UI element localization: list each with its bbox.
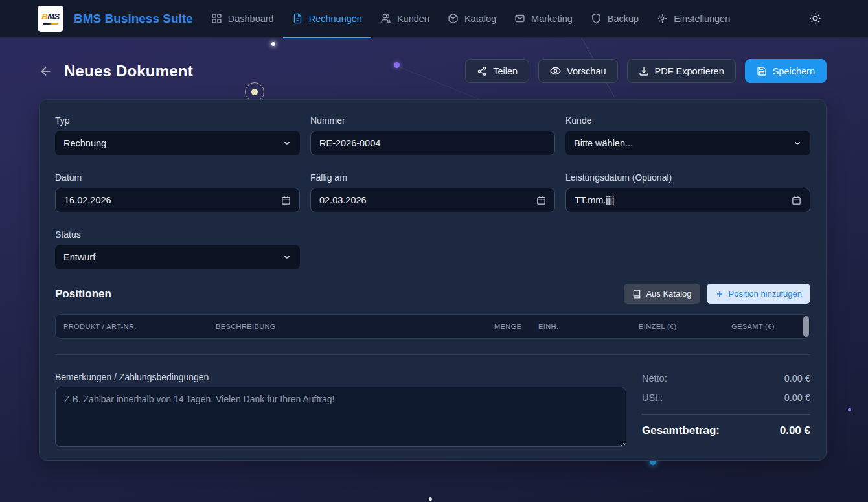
top-navbar: BMS BMS Business Suite Dashboard Rechnun…	[0, 0, 868, 38]
nav-item-rechnungen[interactable]: Rechnungen	[283, 0, 371, 38]
nav-item-einstellungen[interactable]: Einstellungen	[648, 0, 739, 38]
share-button[interactable]: Teilen	[465, 59, 529, 83]
faellig-am-group: Fällig am 02.03.2026	[310, 172, 555, 212]
positionen-header: Positionen Aus Katalog Position hinzufüg…	[55, 284, 810, 304]
datum-group: Datum 16.02.2026	[55, 172, 300, 212]
totals-panel: Netto: 0.00 € USt.: 0.00 € Gesamtbetrag:…	[642, 372, 810, 450]
status-value: Entwurf	[63, 252, 95, 262]
ust-value: 0.00 €	[784, 393, 810, 403]
book-icon	[632, 290, 641, 299]
gesamtbetrag-row: Gesamtbetrag: 0.00 €	[642, 424, 810, 437]
nav-item-kunden[interactable]: Kunden	[371, 0, 439, 38]
netto-label: Netto:	[642, 373, 667, 383]
aus-katalog-label: Aus Katalog	[646, 289, 691, 299]
invoice-document-icon	[292, 13, 303, 24]
calendar-icon[interactable]	[792, 196, 801, 205]
pdf-export-label: PDF Exportieren	[655, 66, 724, 76]
netto-value: 0.00 €	[784, 373, 810, 383]
notes-label: Bemerkungen / Zahlungsbedingungen	[55, 372, 626, 382]
gear-icon	[657, 13, 668, 24]
column-einh: EINH.	[538, 323, 639, 330]
page-title: Neues Dokument	[64, 62, 193, 80]
position-hinzufuegen-label: Position hinzufügen	[729, 289, 802, 299]
nav-item-backup[interactable]: Backup	[582, 0, 648, 38]
nav-label: Katalog	[464, 14, 496, 24]
nummer-label: Nummer	[310, 115, 555, 126]
back-button[interactable]	[39, 64, 53, 78]
status-select[interactable]: Entwurf	[55, 245, 300, 269]
leistungsdatum-placeholder: TT.mm.jjjj	[575, 195, 614, 205]
preview-button[interactable]: Vorschau	[538, 59, 617, 83]
share-icon	[477, 66, 487, 76]
nav-item-katalog[interactable]: Katalog	[439, 0, 505, 38]
ust-row: USt.: 0.00 €	[642, 393, 810, 403]
typ-group: Typ Rechnung	[55, 115, 300, 155]
typ-value: Rechnung	[63, 138, 106, 148]
typ-select[interactable]: Rechnung	[55, 131, 300, 155]
chevron-down-icon	[282, 253, 291, 262]
pdf-export-button[interactable]: PDF Exportieren	[627, 59, 736, 83]
leistungsdatum-input[interactable]: TT.mm.jjjj	[565, 188, 810, 212]
calendar-icon[interactable]	[536, 196, 546, 205]
position-hinzufuegen-button[interactable]: Position hinzufügen	[707, 284, 810, 304]
gesamtbetrag-label: Gesamtbetrag:	[642, 424, 720, 437]
positionen-actions: Aus Katalog Position hinzufügen	[624, 284, 810, 304]
bms-logo[interactable]: BMS	[38, 6, 63, 32]
column-menge: MENGE	[494, 323, 538, 330]
nav-item-marketing[interactable]: Marketing	[505, 0, 582, 38]
header-actions: Teilen Vorschau PDF Exportieren Speicher…	[465, 59, 827, 83]
calendar-icon[interactable]	[281, 196, 291, 205]
nav-label: Backup	[608, 14, 639, 24]
bms-logo-subline	[43, 23, 58, 25]
main-navigation: Dashboard Rechnungen Kunden Katalog Mark…	[202, 0, 740, 38]
mail-icon	[514, 13, 525, 24]
ust-label: USt.:	[642, 393, 663, 403]
users-icon	[380, 13, 391, 24]
leistungsdatum-group: Leistungsdatum (Optional) TT.mm.jjjj	[565, 172, 810, 212]
dashboard-grid-icon	[211, 13, 222, 24]
datum-label: Datum	[55, 172, 300, 183]
faellig-am-input[interactable]: 02.03.2026	[310, 188, 555, 212]
kunde-label: Kunde	[565, 115, 810, 126]
netto-row: Netto: 0.00 €	[642, 373, 810, 383]
column-einzel: EINZEL (€)	[639, 323, 731, 330]
column-gesamt: GESAMT (€)	[731, 323, 802, 330]
nav-label: Marketing	[531, 14, 573, 24]
status-label: Status	[55, 229, 300, 240]
theme-toggle-button[interactable]	[809, 12, 821, 25]
positionen-table-header: PRODUKT / ART-NR. BESCHREIBUNG MENGE EIN…	[55, 314, 810, 339]
kunde-value: Bitte wählen...	[574, 138, 633, 148]
faellig-am-value: 02.03.2026	[319, 195, 367, 205]
plus-icon	[715, 290, 724, 299]
gesamtbetrag-value: 0.00 €	[780, 424, 810, 437]
notes-section: Bemerkungen / Zahlungsbedingungen	[55, 372, 626, 450]
nav-label: Rechnungen	[309, 14, 362, 24]
faellig-am-label: Fällig am	[310, 172, 555, 183]
package-icon	[448, 13, 459, 24]
nav-label: Dashboard	[228, 14, 274, 24]
nav-item-dashboard[interactable]: Dashboard	[202, 0, 283, 38]
app-title: BMS Business Suite	[74, 12, 193, 26]
main-content: Neues Dokument Teilen Vorschau PDF Expor…	[0, 59, 868, 461]
datum-input[interactable]: 16.02.2026	[55, 188, 300, 212]
chevron-down-icon	[793, 139, 802, 148]
chevron-down-icon	[282, 139, 291, 148]
notes-textarea[interactable]	[55, 387, 626, 447]
save-icon	[757, 66, 767, 76]
nummer-group: Nummer	[310, 115, 555, 155]
table-scrollbar[interactable]	[803, 316, 809, 337]
preview-label: Vorschau	[567, 66, 606, 76]
bottom-section: Bemerkungen / Zahlungsbedingungen Netto:…	[55, 372, 810, 450]
nummer-input[interactable]	[310, 131, 555, 155]
kunde-select[interactable]: Bitte wählen...	[565, 131, 810, 155]
document-form-card: Typ Rechnung Nummer Kunde Bitte wählen..…	[39, 99, 827, 461]
share-label: Teilen	[493, 66, 518, 76]
column-produkt: PRODUKT / ART-NR.	[63, 323, 216, 330]
shield-icon	[591, 13, 602, 24]
bms-logo-text: BMS	[41, 12, 59, 21]
leistungsdatum-label: Leistungsdatum (Optional)	[565, 172, 810, 183]
save-button[interactable]: Speichern	[745, 59, 827, 83]
section-divider	[55, 354, 810, 355]
typ-label: Typ	[55, 115, 300, 126]
aus-katalog-button[interactable]: Aus Katalog	[624, 284, 700, 304]
